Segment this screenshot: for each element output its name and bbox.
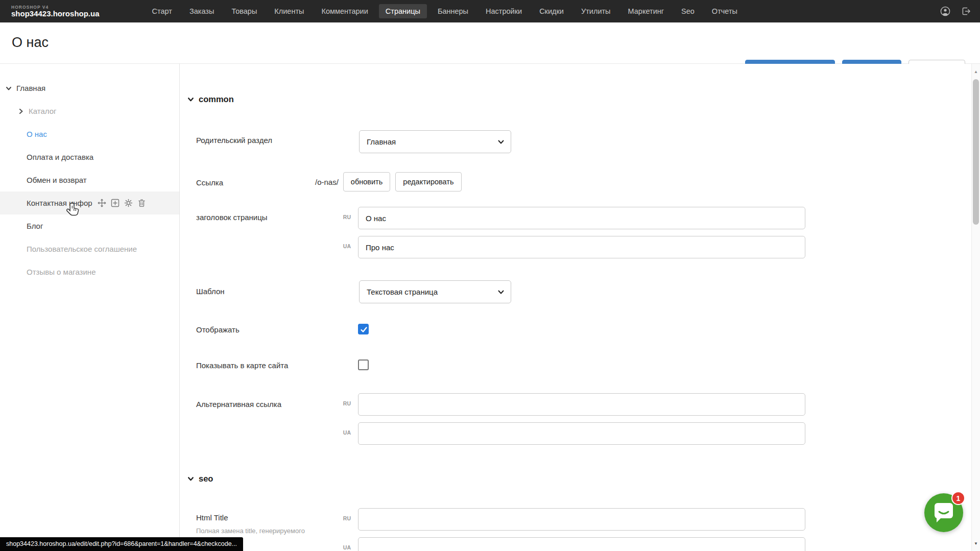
sitemap-label: Показывать в карте сайта	[196, 361, 288, 370]
sidebar-item-label: Оплата и доставка	[27, 153, 93, 161]
nav-item-clients[interactable]: Клиенты	[268, 4, 310, 18]
chevron-down-icon	[187, 475, 195, 483]
chevron-down-icon	[187, 95, 195, 103]
user-icon[interactable]	[940, 6, 950, 16]
sidebar-tree: Главная Каталог О нас Оплата и доставка …	[0, 64, 180, 551]
logo[interactable]: HOROSHOP V4 shop34423.horoshop.ua	[11, 5, 100, 18]
sidebar-item-blog[interactable]: Блог	[0, 214, 179, 237]
page: HOROSHOP V4 shop34423.horoshop.ua Старт …	[0, 0, 980, 551]
chat-unread-badge: 1	[951, 491, 965, 505]
nav-item-orders[interactable]: Заказы	[183, 4, 221, 18]
page-title-ru-input[interactable]	[358, 207, 805, 229]
scroll-up-arrow[interactable]: ▲	[972, 68, 980, 76]
nav-item-reports[interactable]: Отчеты	[705, 4, 744, 18]
nav-item-pages[interactable]: Страницы	[379, 4, 427, 18]
link-path: /o-nas/	[315, 178, 339, 186]
nav-item-utilities[interactable]: Утилиты	[575, 4, 617, 18]
sidebar-item-o-nas[interactable]: О нас	[0, 123, 179, 146]
display-label: Отображать	[196, 325, 240, 334]
nav-item-start[interactable]: Старт	[146, 4, 179, 18]
link-edit-button[interactable]: редактировать	[395, 172, 461, 191]
scrollbar[interactable]: ▲ ▼	[971, 64, 980, 551]
sidebar-item-katalog[interactable]: Каталог	[0, 100, 179, 123]
sidebar-item-oplata-i-dostavka[interactable]: Оплата и доставка	[0, 146, 179, 169]
sidebar-item-obmen-i-vozvrat[interactable]: Обмен и возврат	[0, 169, 179, 191]
link-row: /o-nas/ обновить редактировать	[315, 172, 467, 191]
html-title-ua-input[interactable]	[358, 537, 805, 551]
template-value: Текстовая страница	[367, 288, 438, 296]
scroll-down-arrow[interactable]: ▼	[972, 540, 980, 548]
parent-section-select[interactable]: Главная	[359, 130, 511, 153]
link-update-button[interactable]: обновить	[343, 172, 390, 191]
status-url-bar: shop34423.horoshop.ua/edit/edit.php?id=6…	[0, 537, 243, 551]
add-icon[interactable]	[111, 199, 119, 207]
section-title: common	[199, 94, 234, 104]
sidebar-item-kontaktnaya-infor[interactable]: Контактная инфор	[0, 191, 179, 214]
nav-right	[940, 0, 971, 22]
nav-item-settings[interactable]: Настройки	[479, 4, 529, 18]
main-form: common Родительский раздел Главная Ссылк…	[180, 64, 971, 551]
sidebar-item-label: О нас	[27, 130, 47, 138]
logo-domain: shop34423.horoshop.ua	[11, 10, 100, 18]
html-title-hint: Полная замена title, генерируемого	[196, 527, 349, 535]
lang-tag-ua: UA	[338, 544, 351, 550]
page-header: О нас Сохранить и выйти Сохранить Отмени…	[0, 22, 980, 64]
page-title: О нас	[12, 35, 49, 51]
sidebar-item-label: Контактная инфор	[27, 199, 92, 207]
lang-tag-ua: UA	[338, 429, 351, 436]
tree-item-actions	[98, 199, 146, 207]
section-common-header[interactable]: common	[187, 94, 234, 104]
gear-icon[interactable]	[124, 199, 133, 207]
chevron-right-icon	[17, 108, 25, 115]
sidebar-item-label: Каталог	[29, 107, 57, 115]
html-title-ru-input[interactable]	[358, 508, 805, 531]
sitemap-checkbox[interactable]	[358, 360, 369, 370]
page-title-ua-input[interactable]	[358, 236, 805, 258]
alt-link-label: Альтернативная ссылка	[196, 400, 281, 409]
chat-widget-button[interactable]: 1	[924, 493, 963, 532]
sidebar-item-label: Отзывы о магазине	[27, 268, 95, 276]
lang-tag-ua: UA	[338, 243, 351, 249]
nav-item-comments[interactable]: Комментарии	[315, 4, 374, 18]
top-nav: HOROSHOP V4 shop34423.horoshop.ua Старт …	[0, 0, 980, 22]
nav-item-seo[interactable]: Seo	[675, 4, 701, 18]
sidebar-item-label: Главная	[16, 84, 45, 92]
nav-item-banners[interactable]: Баннеры	[431, 4, 475, 18]
logout-icon[interactable]	[961, 6, 971, 16]
parent-section-label: Родительский раздел	[196, 136, 272, 145]
chat-icon	[933, 501, 954, 524]
lang-tag-ru: RU	[338, 214, 351, 220]
nav-item-marketing[interactable]: Маркетинг	[622, 4, 671, 18]
link-label: Ссылка	[196, 178, 223, 187]
scrollbar-thumb[interactable]	[973, 79, 979, 225]
sidebar-item-label: Блог	[27, 222, 43, 230]
check-icon	[360, 326, 368, 333]
nav-item-discounts[interactable]: Скидки	[533, 4, 570, 18]
chevron-down-icon	[497, 289, 505, 296]
sidebar-item-label: Обмен и возврат	[27, 176, 87, 184]
trash-icon[interactable]	[137, 199, 146, 207]
page-title-field-label: заголовок страницы	[196, 213, 268, 222]
chevron-down-icon	[497, 138, 505, 146]
alt-link-ru-input[interactable]	[358, 393, 805, 416]
nav-item-products[interactable]: Товары	[225, 4, 264, 18]
nav-items: Старт Заказы Товары Клиенты Комментарии …	[146, 4, 744, 18]
sidebar-item-label: Пользовательское соглашение	[27, 245, 137, 253]
sidebar-item-polzovatelskoe-soglashenie[interactable]: Пользовательское соглашение	[0, 237, 179, 260]
move-icon[interactable]	[98, 199, 106, 207]
section-title: seo	[199, 474, 213, 484]
sidebar-item-otzyvy-o-magazine[interactable]: Отзывы о магазине	[0, 260, 179, 283]
chevron-down-icon	[5, 85, 12, 92]
alt-link-ua-input[interactable]	[358, 422, 805, 445]
lang-tag-ru: RU	[338, 515, 351, 521]
template-select[interactable]: Текстовая страница	[359, 280, 511, 303]
template-label: Шаблон	[196, 287, 225, 296]
display-checkbox[interactable]	[358, 324, 369, 334]
sidebar-item-glavnaya[interactable]: Главная	[0, 77, 179, 100]
parent-section-value: Главная	[367, 137, 396, 146]
section-seo-header[interactable]: seo	[187, 474, 213, 484]
lang-tag-ru: RU	[338, 400, 351, 406]
html-title-label: Html Title	[196, 513, 228, 522]
